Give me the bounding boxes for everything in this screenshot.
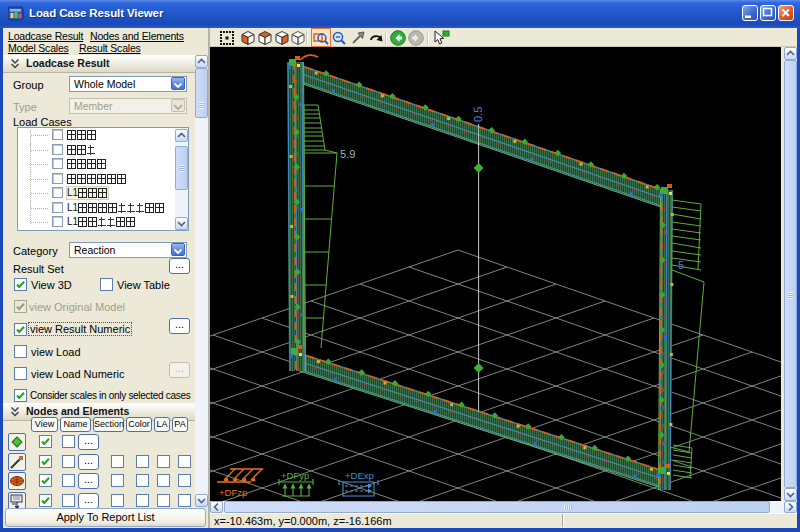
svg-text:+DExp: +DExp [345,470,374,481]
svg-text:5: 5 [678,259,684,271]
svg-text:0.5: 0.5 [472,107,484,122]
svg-text:+DFyp: +DFyp [281,470,309,481]
svg-text:+DFzp: +DFzp [219,487,247,498]
svg-text:5.9: 5.9 [340,148,355,160]
